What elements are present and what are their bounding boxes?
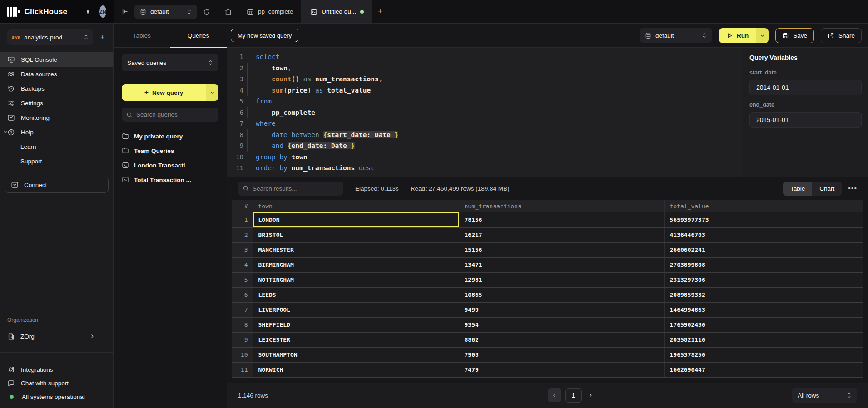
current-page[interactable]: 1 [565, 388, 582, 403]
cell-num-transactions[interactable]: 8862 [459, 332, 664, 347]
notification-dot-icon[interactable] [87, 10, 89, 14]
cell-town[interactable]: NOTTINGHAM [253, 272, 459, 287]
next-page-button[interactable] [586, 393, 595, 398]
cell-total-value[interactable]: 2089859332 [664, 287, 863, 302]
avatar[interactable]: ZN [99, 5, 106, 18]
cell-total-value[interactable]: 2703899808 [664, 257, 863, 272]
connect-button[interactable]: Connect [5, 177, 109, 193]
editor-database-select[interactable]: default [640, 28, 712, 43]
query-list-item[interactable]: Total Transaction ... [122, 172, 218, 187]
new-tab-button[interactable]: + [372, 0, 388, 23]
cell-num-transactions[interactable]: 78156 [459, 212, 664, 227]
sidebar-item-backups[interactable]: Backups [0, 81, 113, 96]
line-number: 11 [227, 162, 243, 174]
query-list-item[interactable]: My private query ... [122, 129, 218, 143]
more-options-button[interactable]: ••• [848, 184, 857, 192]
cell-num-transactions[interactable]: 9499 [459, 302, 664, 317]
cell-town[interactable]: NORWICH [253, 362, 459, 377]
cell-town[interactable]: BRISTOL [253, 227, 459, 242]
column-header-index[interactable]: # [232, 200, 253, 212]
share-button[interactable]: Share [821, 28, 862, 43]
new-query-dropdown-button[interactable] [206, 84, 218, 101]
cell-num-transactions[interactable]: 9354 [459, 317, 664, 332]
column-header-total-value[interactable]: total_value [664, 200, 863, 212]
home-icon [224, 8, 232, 15]
cell-town[interactable]: LONDON [253, 212, 459, 227]
cell-town[interactable]: SOUTHAMPTON [253, 347, 459, 362]
view-table-button[interactable]: Table [783, 182, 812, 196]
cell-town[interactable]: LEICESTER [253, 332, 459, 347]
cell-num-transactions[interactable]: 16217 [459, 227, 664, 242]
save-button[interactable]: Save [775, 28, 814, 43]
tab-tables[interactable]: Tables [114, 24, 170, 47]
view-chart-button[interactable]: Chart [812, 182, 842, 196]
folder-icon [122, 133, 129, 140]
saved-queries-select[interactable]: Saved queries [122, 54, 218, 71]
query-list-item[interactable]: Team Queries [122, 143, 218, 158]
home-button[interactable] [221, 5, 235, 19]
page-size-select[interactable]: All rows [792, 388, 857, 403]
database-select[interactable]: default [134, 5, 197, 19]
row-number: 1 [232, 212, 253, 227]
sidebar-item-sql-console[interactable]: SQL Console [0, 52, 113, 67]
cell-town[interactable]: MANCHESTER [253, 242, 459, 257]
column-header-town[interactable]: town [253, 200, 459, 212]
tab-pp-complete[interactable]: pp_complete [238, 0, 302, 23]
cell-total-value[interactable]: 2660602241 [664, 242, 863, 257]
table-row: 9LEICESTER88622035821116 [232, 332, 863, 347]
cell-total-value[interactable]: 56593977373 [664, 212, 863, 227]
new-query-button[interactable]: + New query [122, 84, 218, 101]
cell-town[interactable]: SHEFFIELD [253, 317, 459, 332]
cell-total-value[interactable]: 1765902436 [664, 317, 863, 332]
cell-total-value[interactable]: 1662690447 [664, 362, 863, 377]
saved-query-name-pill[interactable]: My new saved query [231, 29, 298, 42]
tab-queries[interactable]: Queries [170, 24, 227, 47]
sql-editor[interactable]: 1select2 town,3 count() as num_transacti… [227, 48, 743, 177]
status-dot-icon [10, 395, 14, 399]
tab-untitled-query[interactable]: Untitled qu... [302, 0, 372, 23]
cell-num-transactions[interactable]: 12981 [459, 272, 664, 287]
variable-input-end_date[interactable]: 2015-01-01 [749, 112, 862, 128]
top-bar: ClickHouse ZN default pp_complete Untitl… [0, 0, 868, 24]
variable-input-start_date[interactable]: 2014-01-01 [749, 80, 862, 95]
cell-town[interactable]: BIRMINGHAM [253, 257, 459, 272]
sidebar-item-learn[interactable]: Learn [0, 139, 113, 154]
cell-total-value[interactable]: 1965378256 [664, 347, 863, 362]
refresh-button[interactable] [200, 5, 213, 19]
cell-total-value[interactable]: 4136446703 [664, 227, 863, 242]
column-header-num-transactions[interactable]: num_transactions [459, 200, 664, 212]
run-options-button[interactable] [756, 28, 769, 43]
cell-num-transactions[interactable]: 7479 [459, 362, 664, 377]
cell-total-value[interactable]: 1464994863 [664, 302, 863, 317]
sidebar-item-settings[interactable]: Settings [0, 96, 113, 110]
cell-town[interactable]: LEEDS [253, 287, 459, 302]
row-number: 2 [232, 227, 253, 242]
cell-total-value[interactable]: 2313297306 [664, 272, 863, 287]
sidebar-footer-item-all-systems-operational[interactable]: All systems operational [0, 390, 113, 403]
cell-num-transactions[interactable]: 7908 [459, 347, 664, 362]
cell-town[interactable]: LIVERPOOL [253, 302, 459, 317]
cell-total-value[interactable]: 2035821116 [664, 332, 863, 347]
collapse-sidebar-button[interactable] [118, 5, 132, 19]
sidebar-item-help[interactable]: Help [0, 125, 113, 139]
workspace-select[interactable]: aws analytics-prod [7, 29, 93, 45]
cell-num-transactions[interactable]: 15156 [459, 242, 664, 257]
previous-page-button[interactable] [548, 388, 561, 402]
tab-strip: default pp_complete Untitled qu... + [114, 0, 868, 23]
sidebar-item-data-sources[interactable]: Data sources [0, 67, 113, 81]
code-text: pp_complete [247, 107, 315, 118]
sidebar-footer-item-chat-with-support[interactable]: Chat with support [0, 376, 113, 390]
cell-num-transactions[interactable]: 10865 [459, 287, 664, 302]
code-line: 5from [227, 96, 743, 107]
query-list-item[interactable]: London Transacti... [122, 158, 218, 172]
search-results-input[interactable] [253, 185, 339, 192]
organization-item[interactable]: ZOrg [0, 329, 113, 343]
cell-num-transactions[interactable]: 13471 [459, 257, 664, 272]
add-service-button[interactable]: + [98, 32, 108, 43]
run-button[interactable]: Run [719, 28, 756, 43]
table-row: 7LIVERPOOL94991464994863 [232, 302, 863, 317]
search-queries-input[interactable] [136, 111, 214, 118]
sidebar-item-support[interactable]: Support [0, 154, 113, 168]
sidebar-footer-item-integrations[interactable]: Integrations [0, 363, 113, 376]
sidebar-item-monitoring[interactable]: Monitoring [0, 110, 113, 125]
